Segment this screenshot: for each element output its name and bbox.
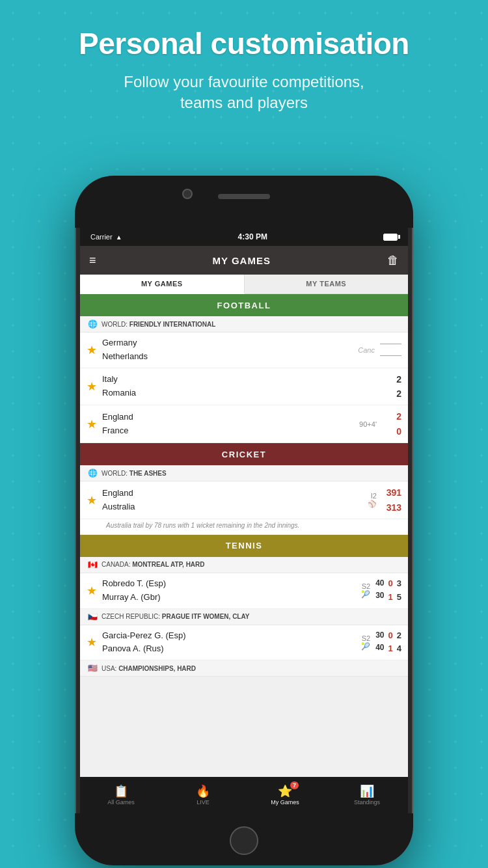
murray-current: 30 (375, 590, 384, 602)
competition-prague: CZECH REPUBLIC: PRAGUE ITF WOMEN, CLAY (102, 613, 249, 620)
status-left: Carrier ▲ (90, 233, 122, 241)
team-name-romania: Romania (102, 387, 377, 400)
match-teams: Germany Netherlands (102, 336, 358, 364)
phone-speaker (218, 194, 270, 199)
match-teams: Robredo T. (Esp) Murray A. (Gbr) (102, 577, 361, 604)
star-icon[interactable]: ★ (87, 635, 97, 649)
match-scores-cricket: 391 313 (382, 485, 401, 515)
home-button[interactable] (230, 826, 258, 855)
competition-prague-itf: 🇨🇿 CZECH REPUBLIC: PRAGUE ITF WOMEN, CLA… (80, 609, 408, 625)
tennis-games-score-2: 2 4 (397, 629, 401, 657)
match-scores: 2 2 (382, 372, 401, 401)
match-status-s2: S2 🎾 (361, 582, 370, 599)
star-icon[interactable]: ★ (87, 417, 97, 431)
match-teams: England Australia (102, 487, 368, 514)
competition-montreal: CANADA: MONTREAL ATP, HARD (102, 561, 205, 568)
score-france: 0 (382, 424, 401, 439)
team-name-france: France (102, 424, 359, 438)
competition-ashes: WORLD: THE ASHES (102, 470, 167, 477)
match-scores-tennis-2: 30 40 0 1 2 4 (375, 629, 401, 657)
sport-label-football: FOOTBALL (217, 301, 271, 310)
phone-bottom-bar (75, 813, 413, 865)
competition-the-ashes: 🌐 WORLD: THE ASHES (80, 465, 408, 481)
star-icon[interactable]: ★ (87, 343, 97, 357)
tab-my-games[interactable]: MY GAMES (80, 275, 245, 294)
match-garcia-panova[interactable]: ★ Garcia-Perez G. (Esp) Panova A. (Rus) … (80, 625, 408, 661)
match-germany-netherlands[interactable]: ★ Germany Netherlands Canc ——— ——— (80, 332, 408, 368)
competition-country: WORLD: FRIENDLY INTERNATIONAL (102, 321, 215, 328)
status-right (383, 234, 398, 241)
menu-icon[interactable]: ≡ (89, 254, 96, 266)
player-name-panova: Panova A. (Rus) (102, 642, 361, 656)
my-games-badge: 7 (290, 781, 299, 789)
usa-flag: 🇺🇸 (88, 664, 98, 673)
sport-header-cricket: CRICKET (80, 443, 408, 465)
panova-current: 40 (375, 642, 384, 654)
panova-games: 4 (397, 642, 401, 656)
nav-my-games[interactable]: ⭐ 7 My Games (244, 777, 326, 813)
competition-montreal-atp: 🇨🇦 CANADA: MONTREAL ATP, HARD (80, 557, 408, 573)
live-icon: 🔥 (196, 785, 210, 797)
match-england-france[interactable]: ★ England France 90+4' 2 0 (80, 405, 408, 443)
match-robredo-murray[interactable]: ★ Robredo T. (Esp) Murray A. (Gbr) S2 🎾 … (80, 573, 408, 609)
score-england-cricket: 391 (382, 485, 401, 500)
promo-subtitle: Follow your favourite competitions,teams… (20, 72, 468, 114)
cancelled-label: Canc (358, 346, 375, 354)
score-italy: 2 (382, 372, 401, 387)
nav-label-my-games: My Games (271, 799, 299, 806)
trash-icon[interactable]: 🗑 (387, 254, 399, 267)
standings-icon: 📊 (360, 785, 374, 797)
status-time: 4:30 PM (238, 232, 267, 241)
promo-title: Personal customisation (20, 26, 468, 61)
match-italy-romania[interactable]: ★ Italy Romania 2 2 (80, 368, 408, 406)
nav-live[interactable]: 🔥 LIVE (162, 777, 244, 813)
star-icon[interactable]: ★ (87, 493, 97, 508)
battery-fill (384, 234, 397, 240)
tennis-games-score: 3 5 (397, 577, 401, 604)
star-icon[interactable]: ★ (87, 379, 97, 394)
competition-world-friendly: 🌐 WORLD: FRIENDLY INTERNATIONAL (80, 316, 408, 332)
team-name-england-cricket: England (102, 487, 368, 500)
carrier-label: Carrier (90, 233, 113, 241)
murray-games: 5 (397, 591, 401, 604)
match-scores-tennis: 40 30 0 1 3 5 (375, 577, 401, 604)
cricket-ball-icon: ⚾ (368, 500, 377, 508)
status-bar: Carrier ▲ 4:30 PM (80, 228, 408, 246)
panova-sets: 1 (388, 642, 393, 656)
app-header: ≡ MY GAMES 🗑 (80, 246, 408, 275)
my-games-badge-container: ⭐ 7 (278, 785, 292, 797)
tennis-ball-icon-2: 🎾 (361, 642, 370, 651)
sport-label-cricket: CRICKET (222, 450, 266, 459)
bottom-nav: 📋 All Games 🔥 LIVE ⭐ 7 My Games 📊 Standi… (80, 777, 408, 813)
nav-standings[interactable]: 📊 Standings (326, 777, 408, 813)
match-teams: Italy Romania (102, 373, 377, 400)
tab-my-teams[interactable]: MY TEAMS (245, 275, 409, 293)
robredo-sets: 0 (388, 577, 393, 591)
sport-header-football: FOOTBALL (80, 294, 408, 316)
phone-screen: Carrier ▲ 4:30 PM ≡ MY GAMES 🗑 MY GAMES … (80, 228, 408, 813)
match-england-australia[interactable]: ★ England Australia I2 ⚾ 391 313 (80, 481, 408, 519)
world-flag: 🌐 (88, 319, 98, 329)
match-teams: England France (102, 411, 359, 438)
world-flag-cricket: 🌐 (88, 468, 98, 478)
sport-label-tennis: TENNIS (226, 541, 263, 550)
match-scores: 2 0 (382, 409, 401, 439)
cricket-match-note: Australia trail by 78 runs with 1 wicket… (80, 519, 408, 535)
robredo-current: 40 (375, 577, 384, 590)
nav-label-live: LIVE (197, 799, 210, 806)
nav-all-games[interactable]: 📋 All Games (80, 777, 162, 813)
czech-flag: 🇨🇿 (88, 612, 98, 621)
star-icon[interactable]: ★ (87, 584, 97, 598)
match-status-s2-prague: S2 🎾 (361, 634, 370, 651)
phone-frame: Carrier ▲ 4:30 PM ≡ MY GAMES 🗑 MY GAMES … (75, 176, 413, 865)
tennis-sets-score-2: 0 1 (388, 629, 393, 657)
player-name-garcia: Garcia-Perez G. (Esp) (102, 629, 361, 643)
competition-usa: USA: CHAMPIONSHIPS, HARD (102, 665, 196, 672)
all-games-icon: 📋 (114, 785, 128, 797)
player-name-robredo: Robredo T. (Esp) (102, 577, 361, 591)
phone-camera (182, 189, 193, 199)
robredo-games: 3 (397, 577, 401, 591)
team-name-germany: Germany (102, 336, 358, 350)
match-status-cancelled: Canc (358, 346, 375, 354)
competition-usa-partial: 🇺🇸 USA: CHAMPIONSHIPS, HARD (80, 660, 408, 677)
